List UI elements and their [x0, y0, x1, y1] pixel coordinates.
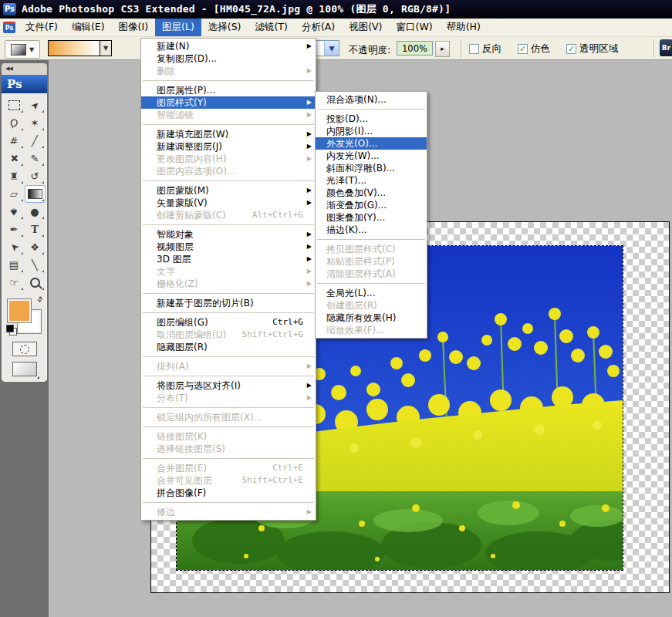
- menubar-item-analysis[interactable]: 分析(A): [295, 19, 342, 36]
- lasso-tool-icon: Ϙ: [8, 116, 20, 130]
- menu-item-label: 复制图层(D)...: [157, 53, 217, 64]
- menu-item-label: 图层内容选项(O)...: [157, 166, 235, 177]
- layer-style-item-pattern-overlay[interactable]: 图案叠加(Y)...: [316, 211, 427, 224]
- brush-tool[interactable]: ✎: [25, 150, 46, 167]
- layer-menu-item-layer-mask[interactable]: 图层蒙版(M)▶: [141, 184, 316, 197]
- layer-style-item-drop-shadow[interactable]: 投影(D)...: [316, 113, 427, 125]
- menubar-item-help[interactable]: 帮助(H): [440, 19, 488, 36]
- eraser-tool-icon: ▱: [10, 188, 18, 200]
- toolbox-collapse-button[interactable]: ◀◀: [2, 63, 47, 75]
- layer-menu-item-new-fill-layer[interactable]: 新建填充图层(W)▶: [141, 128, 316, 140]
- layer-menu-item-layer-style[interactable]: 图层样式(Y)▶: [141, 96, 316, 109]
- layer-style-item-inner-shadow[interactable]: 内阴影(I)...: [316, 125, 427, 137]
- layer-style-item-color-overlay[interactable]: 颜色叠加(V)...: [316, 187, 427, 199]
- menubar-item-layer[interactable]: 图层(L): [155, 19, 201, 36]
- gradient-tool[interactable]: [25, 185, 46, 203]
- layer-menu-item-duplicate-layer[interactable]: 复制图层(D)...: [141, 52, 316, 65]
- layer-menu-item-flatten-image[interactable]: 拼合图像(F): [141, 487, 316, 499]
- layer-menu-item-hide-layers[interactable]: 隐藏图层(R): [141, 341, 316, 353]
- menu-item-label: 将图层与选区对齐(I): [157, 380, 241, 391]
- blur-tool[interactable]: ♠: [4, 203, 25, 221]
- layer-style-item-blending-options[interactable]: 混合选项(N)...: [316, 93, 427, 106]
- menubar-item-window[interactable]: 窗口(W): [390, 19, 440, 36]
- menubar-item-image[interactable]: 图像(I): [112, 19, 155, 36]
- layer-style-item-copy-layer-style: 拷贝图层样式(C): [316, 243, 427, 255]
- menubar-item-edit[interactable]: 编辑(E): [65, 19, 112, 36]
- layer-menu-item-group-layers[interactable]: 图层编组(G)Ctrl+G: [141, 316, 316, 329]
- layer-style-submenu: 混合选项(N)...投影(D)...内阴影(I)...外发光(O)...内发光(…: [315, 91, 427, 339]
- layer-menu-item-smart-objects[interactable]: 智能对象▶: [141, 228, 316, 241]
- magic-wand-tool[interactable]: ✶: [25, 114, 46, 132]
- menubar-item-select[interactable]: 选择(S): [201, 19, 248, 36]
- layer-style-item-satin[interactable]: 光泽(T)...: [316, 174, 427, 187]
- notes-tool[interactable]: ▤: [4, 256, 25, 274]
- screen-mode-button[interactable]: [12, 362, 37, 376]
- type-tool[interactable]: T: [25, 221, 46, 238]
- layer-style-item-outer-glow[interactable]: 外发光(O)...: [316, 137, 427, 150]
- history-brush-tool[interactable]: ↺: [25, 167, 46, 185]
- menu-item-label: 图层属性(P)...: [157, 85, 215, 96]
- layer-menu-item-align-layers-to-selection[interactable]: 将图层与选区对齐(I)▶: [141, 379, 316, 392]
- layer-menu-item-merge-visible: 合并可见图层Shift+Ctrl+E: [141, 474, 316, 487]
- dodge-tool[interactable]: ●: [25, 203, 46, 221]
- custom-shape-tool[interactable]: ❖: [25, 238, 46, 256]
- menu-item-label: 锁定组内的所有图层(X)...: [157, 412, 262, 423]
- eraser-tool[interactable]: ▱: [4, 185, 25, 203]
- layer-style-item-gradient-overlay[interactable]: 渐变叠加(G)...: [316, 199, 427, 211]
- layer-menu-item-vector-mask[interactable]: 矢量蒙版(V)▶: [141, 197, 316, 209]
- zoom-tool-icon: [30, 278, 40, 288]
- layer-style-item-inner-glow[interactable]: 内发光(W)...: [316, 150, 427, 162]
- submenu-arrow-icon: ▶: [307, 153, 312, 165]
- layer-menu-item-distribute: 分布(T)▶: [141, 392, 316, 404]
- pen-tool[interactable]: ✒: [4, 221, 25, 238]
- menubar-item-file[interactable]: 文件(F): [19, 19, 65, 36]
- layer-menu-item-lock-all-layers-in-group: 锁定组内的所有图层(X)...: [141, 411, 316, 423]
- lasso-tool[interactable]: Ϙ: [4, 114, 25, 132]
- gradient-picker-arrow[interactable]: ▼: [100, 41, 111, 56]
- quick-mask-button[interactable]: [12, 342, 37, 356]
- slice-tool[interactable]: ╱: [25, 132, 46, 150]
- menu-item-label: 取消图层编组(U): [157, 329, 226, 340]
- zoom-tool[interactable]: [25, 274, 46, 292]
- gradient-preview[interactable]: ▼: [48, 40, 112, 56]
- bridge-button[interactable]: Br: [660, 39, 672, 56]
- window-title: Adobe Photoshop CS3 Extended - [HM045_72…: [22, 2, 451, 16]
- tool-preset-picker[interactable]: ▼: [5, 40, 40, 59]
- layer-menu-item-layer-properties[interactable]: 图层属性(P)...: [141, 84, 316, 96]
- layer-style-item-global-light[interactable]: 全局光(L)...: [316, 287, 427, 299]
- foreground-color-swatch[interactable]: [8, 299, 31, 322]
- menubar-item-view[interactable]: 视图(V): [342, 19, 389, 36]
- checkbox-transparency[interactable]: ✓透明区域: [566, 42, 618, 56]
- move-tool[interactable]: ➤: [25, 96, 46, 114]
- checkbox-dither[interactable]: ✓仿色: [518, 42, 550, 56]
- eyedropper-tool[interactable]: ╲: [25, 256, 46, 274]
- menu-item-label: 分布(T): [157, 393, 188, 403]
- healing-brush-tool-icon: ✚: [7, 151, 21, 165]
- layer-style-item-bevel-and-emboss[interactable]: 斜面和浮雕(B)...: [316, 162, 427, 174]
- layer-menu-item-3d-layers[interactable]: 3D 图层▶: [141, 253, 316, 265]
- opacity-input[interactable]: 100%: [397, 41, 433, 56]
- chevron-down-icon: ▼: [324, 41, 339, 56]
- layer-menu-item-new-layer-based-slice[interactable]: 新建基于图层的切片(B): [141, 297, 316, 309]
- menu-separator: [143, 502, 314, 503]
- rectangular-marquee-tool[interactable]: [4, 96, 25, 114]
- layer-menu-item-new[interactable]: 新建(N)▶: [141, 40, 316, 52]
- crop-tool[interactable]: #: [4, 132, 25, 150]
- swap-colors-icon[interactable]: ⇄: [35, 295, 45, 304]
- menu-item-label: 图案叠加(Y)...: [326, 212, 385, 223]
- layer-menu-item-video-layers[interactable]: 视频图层▶: [141, 241, 316, 253]
- clone-stamp-tool[interactable]: ♜: [4, 167, 25, 185]
- menubar-item-filter[interactable]: 滤镜(T): [248, 19, 294, 36]
- opacity-spinner[interactable]: ▸: [435, 41, 450, 57]
- hand-tool[interactable]: ☞: [4, 274, 25, 292]
- layer-style-item-stroke[interactable]: 描边(K)...: [316, 224, 427, 236]
- menu-item-shortcut: Alt+Ctrl+G: [252, 209, 303, 221]
- layer-style-item-hide-all-effects[interactable]: 隐藏所有效果(H): [316, 312, 427, 324]
- healing-brush-tool[interactable]: ✚: [4, 150, 25, 167]
- default-colors-icon[interactable]: [6, 325, 14, 332]
- checkbox-label: 反向: [482, 42, 501, 56]
- layer-menu-item-new-adjustment-layer[interactable]: 新建调整图层(J)▶: [141, 140, 316, 153]
- checkbox-reverse[interactable]: 反向: [469, 42, 501, 56]
- tool-preset-icon: [11, 44, 26, 56]
- path-selection-tool[interactable]: ➤: [4, 238, 25, 256]
